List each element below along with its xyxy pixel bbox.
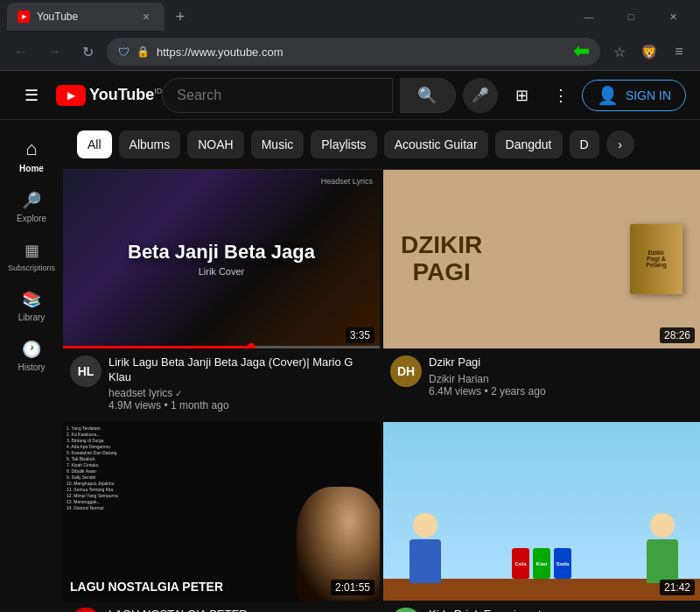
thumb-sub-1: Lirik Cover bbox=[128, 266, 315, 277]
duration-badge-2: 28:26 bbox=[660, 327, 695, 343]
chip-all[interactable]: All bbox=[77, 130, 112, 158]
video-info-4: KC Kids Drink Experiment Kids Channel 10… bbox=[383, 601, 700, 612]
sidebar-item-subscriptions[interactable]: ▦ Subscriptions bbox=[0, 234, 63, 279]
video-info-2: DH Dzikr Pagi Dzikir Harian 6.4M views •… bbox=[383, 348, 700, 404]
address-bar[interactable]: 🛡 🔒 ⬅ bbox=[107, 38, 600, 66]
video-card-2[interactable]: DZIKIRPAGI DzikirPagi &Petang 28:26 DH D… bbox=[383, 170, 700, 419]
video-card-1[interactable]: Headset Lyrics Beta Janji Beta Jaga Liri… bbox=[63, 170, 380, 419]
channel-avatar-4: KC bbox=[390, 608, 422, 612]
sidebar-item-history[interactable]: 🕐 History bbox=[0, 333, 63, 379]
video-stats-1: 4.9M views • 1 month ago bbox=[108, 399, 373, 412]
video-card-4[interactable]: Cola Kiwi Soda 21:42 KC Kids Drink Exper… bbox=[383, 422, 700, 612]
video-meta-4: Kids Drink Experiment Kids Channel 10M v… bbox=[429, 608, 693, 612]
close-button[interactable]: ✕ bbox=[653, 3, 693, 31]
video-grid: Headset Lyrics Beta Janji Beta Jaga Liri… bbox=[63, 170, 700, 612]
chip-albums[interactable]: Albums bbox=[119, 130, 181, 158]
sidebar-item-explore[interactable]: 🔎 Explore bbox=[0, 184, 63, 230]
tab-favicon bbox=[18, 11, 30, 23]
subscriptions-icon: ▦ bbox=[24, 241, 39, 260]
duration-badge-1: 3:35 bbox=[346, 327, 374, 343]
home-icon: ⌂ bbox=[25, 137, 37, 160]
forward-button[interactable]: → bbox=[40, 38, 68, 66]
toolbar-actions: ☆ 🦁 ≡ bbox=[606, 38, 693, 66]
sidebar-item-home[interactable]: ⌂ Home bbox=[0, 130, 63, 180]
track-list-3: 1. Yang Terdalam 2. Ka Katakana... 3. Bi… bbox=[66, 426, 118, 511]
sidebar-item-library[interactable]: 📚 Library bbox=[0, 283, 63, 329]
bookmark-button[interactable]: ☆ bbox=[606, 38, 634, 66]
kid-1-head bbox=[413, 513, 438, 538]
url-input[interactable] bbox=[157, 46, 566, 59]
search-bar[interactable] bbox=[162, 78, 393, 113]
soda-machine: Soda bbox=[554, 548, 571, 579]
chip-noah[interactable]: NOAH bbox=[187, 130, 243, 158]
new-tab-button[interactable]: + bbox=[168, 4, 192, 29]
channel-name-2: Dzikir Harian bbox=[429, 373, 693, 385]
chip-acoustic-guitar[interactable]: Acoustic Guitar bbox=[384, 130, 488, 158]
youtube-main: ⌂ Home 🔎 Explore ▦ Subscriptions 📚 Libra… bbox=[0, 120, 700, 612]
search-wrap: 🔍 🎤 bbox=[162, 78, 498, 113]
chip-d[interactable]: D bbox=[570, 130, 599, 158]
youtube-logo-text: YouTubeID bbox=[89, 86, 162, 104]
tab-title: YouTube bbox=[37, 11, 131, 23]
refresh-button[interactable]: ↻ bbox=[74, 38, 102, 66]
browser-toolbar: ← → ↻ 🛡 🔒 ⬅ ☆ 🦁 ≡ bbox=[0, 33, 700, 70]
history-icon: 🕐 bbox=[22, 340, 41, 359]
sign-in-button[interactable]: 👤 SIGN IN bbox=[582, 80, 686, 111]
browser-titlebar: YouTube × + — □ ✕ bbox=[0, 0, 700, 33]
verified-icon-1: ✓ bbox=[175, 389, 182, 398]
video-card-3[interactable]: 1. Yang Terdalam 2. Ka Katakana... 3. Bi… bbox=[63, 422, 380, 612]
search-input[interactable] bbox=[177, 88, 378, 103]
duration-badge-3: 2:01:55 bbox=[331, 580, 374, 595]
content-area: All Albums NOAH Music Playlists Acoustic… bbox=[63, 120, 700, 612]
tab-close-button[interactable]: × bbox=[138, 9, 154, 25]
video-title-1: Lirik Lagu Beta Janji Beta Jaga (Cover)|… bbox=[108, 355, 373, 385]
duration-badge-4: 21:42 bbox=[660, 580, 695, 595]
progress-fill-1 bbox=[63, 346, 253, 348]
user-icon: 👤 bbox=[597, 85, 619, 106]
chip-playlists[interactable]: Playlists bbox=[311, 130, 376, 158]
chips-more-button[interactable]: › bbox=[606, 130, 634, 158]
video-thumbnail-1: Headset Lyrics Beta Janji Beta Jaga Liri… bbox=[63, 170, 380, 348]
sidebar: ⌂ Home 🔎 Explore ▦ Subscriptions 📚 Libra… bbox=[0, 120, 63, 612]
chip-dangdut[interactable]: Dangdut bbox=[495, 130, 563, 158]
kid-2-head bbox=[650, 513, 675, 538]
video-title-3: LAGU NOSTALGIA PETER... bbox=[108, 608, 373, 612]
youtube-header: ☰ YouTubeID 🔍 🎤 ⊞ ⋮ 👤 bbox=[0, 71, 700, 120]
more-options-button[interactable]: ⋮ bbox=[543, 78, 578, 113]
sidebar-label-explore: Explore bbox=[17, 214, 46, 223]
hamburger-icon: ☰ bbox=[24, 86, 38, 105]
channel-name-1: headset lyrics ✓ bbox=[108, 387, 373, 399]
mic-button[interactable]: 🎤 bbox=[463, 78, 498, 113]
hamburger-menu-button[interactable]: ☰ bbox=[14, 78, 49, 113]
window-controls: — □ ✕ bbox=[569, 3, 693, 31]
video-meta-2: Dzikr Pagi Dzikir Harian 6.4M views • 2 … bbox=[429, 355, 693, 397]
browser-menu-button[interactable]: ≡ bbox=[665, 38, 693, 66]
sidebar-label-history: History bbox=[18, 362, 45, 372]
green-arrow-icon: ⬅ bbox=[573, 40, 589, 63]
brave-shield-button[interactable]: 🦁 bbox=[635, 38, 663, 66]
sidebar-label-subscriptions: Subscriptions bbox=[8, 264, 55, 272]
video-thumbnail-4: Cola Kiwi Soda 21:42 bbox=[383, 422, 700, 601]
search-button[interactable]: 🔍 bbox=[400, 78, 456, 113]
youtube-logo-icon bbox=[56, 85, 86, 106]
channel-avatar-2: DH bbox=[390, 355, 422, 387]
explore-icon: 🔎 bbox=[22, 191, 41, 210]
back-button[interactable]: ← bbox=[7, 38, 35, 66]
thumb-title-1: Beta Janji Beta Jaga bbox=[128, 242, 315, 263]
youtube-logo[interactable]: YouTubeID bbox=[56, 85, 162, 106]
minimize-button[interactable]: — bbox=[569, 3, 609, 31]
maximize-button[interactable]: □ bbox=[611, 3, 651, 31]
chip-music[interactable]: Music bbox=[251, 130, 304, 158]
video-thumbnail-2: DZIKIRPAGI DzikirPagi &Petang 28:26 bbox=[383, 170, 700, 348]
grid-icon: ⊞ bbox=[515, 86, 528, 105]
watermark-1: Headset Lyrics bbox=[321, 177, 373, 186]
search-icon: 🔍 bbox=[417, 86, 437, 105]
grid-apps-button[interactable]: ⊞ bbox=[505, 78, 540, 113]
channel-avatar-1: HL bbox=[70, 355, 102, 387]
video-meta-1: Lirik Lagu Beta Janji Beta Jaga (Cover)|… bbox=[108, 355, 373, 412]
progress-dot-1 bbox=[247, 343, 256, 348]
active-tab[interactable]: YouTube × bbox=[7, 3, 164, 31]
video-title-4: Kids Drink Experiment bbox=[429, 608, 693, 612]
video-title-2: Dzikr Pagi bbox=[429, 355, 693, 370]
lock-icon: 🔒 bbox=[136, 46, 150, 58]
